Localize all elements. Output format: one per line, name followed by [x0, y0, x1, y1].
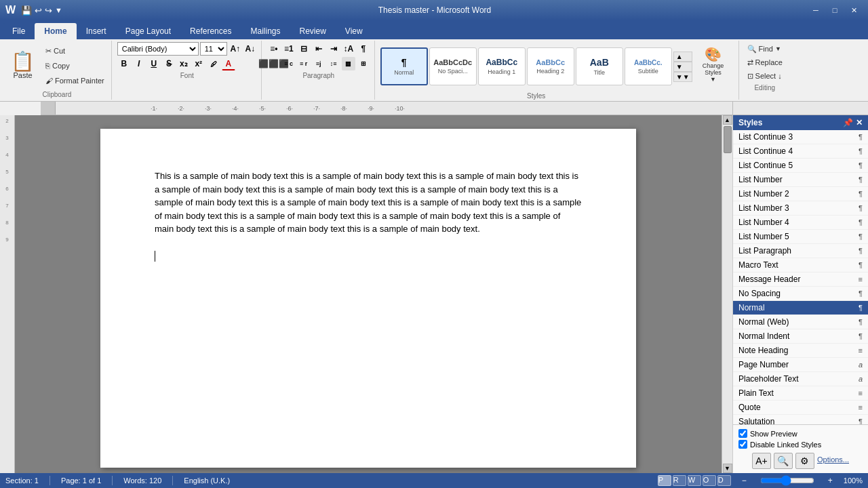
- font-size-select[interactable]: 11 12 14: [200, 42, 227, 56]
- decrease-indent-button[interactable]: ⇤: [312, 42, 326, 56]
- style-normal[interactable]: ¶ Normal: [380, 47, 428, 85]
- shading-button[interactable]: ▦: [342, 57, 355, 70]
- bold-button[interactable]: B: [117, 57, 131, 70]
- document-area[interactable]: This is a sample of main body text this …: [15, 115, 722, 473]
- justify-button[interactable]: ≡j: [312, 57, 326, 70]
- style-entry-placeholder-text[interactable]: Placeholder Text a: [733, 372, 868, 386]
- style-entry-list-continue-4[interactable]: List Continue 4 ¶: [733, 144, 868, 159]
- line-spacing-button[interactable]: ↕≡: [327, 57, 340, 70]
- style-entry-list-continue-5[interactable]: List Continue 5 ¶: [733, 159, 868, 173]
- style-entry-list-number[interactable]: List Number ¶: [733, 173, 868, 187]
- scroll-up-button[interactable]: ▲: [723, 115, 732, 125]
- strikethrough-button[interactable]: S̶: [162, 57, 176, 70]
- format-painter-button[interactable]: 🖌 Format Painter: [43, 74, 107, 87]
- manage-styles-button[interactable]: ⚙: [795, 453, 814, 469]
- change-styles-button[interactable]: 🎨 Change Styles ▼: [695, 45, 732, 84]
- increase-font-btn[interactable]: A↑: [229, 42, 242, 56]
- paste-button[interactable]: 📋 Paste: [7, 49, 39, 82]
- options-button[interactable]: Options...: [817, 455, 849, 469]
- style-entry-normal-web[interactable]: Normal (Web) ¶: [733, 315, 868, 329]
- style-no-spacing[interactable]: AaBbCcDc No Spaci...: [429, 47, 477, 85]
- text-highlight-button[interactable]: 🖊: [207, 57, 220, 70]
- tab-home[interactable]: Home: [35, 23, 76, 39]
- decrease-font-btn[interactable]: A↓: [243, 42, 257, 56]
- new-style-button[interactable]: A+: [752, 453, 771, 469]
- font-name-select[interactable]: Calibri (Body): [117, 42, 199, 56]
- quick-save-icon[interactable]: 💾: [21, 5, 32, 16]
- bullets-button[interactable]: ≡•: [267, 42, 281, 56]
- style-heading2[interactable]: AaBbCc Heading 2: [527, 47, 574, 85]
- print-layout-button[interactable]: P: [658, 475, 671, 486]
- style-heading1[interactable]: AaBbCc Heading 1: [478, 47, 526, 85]
- style-entry-salutation[interactable]: Salutation ¶: [733, 415, 868, 424]
- style-inspector-button[interactable]: 🔍: [774, 453, 793, 469]
- find-button[interactable]: 🔍 Find ▼: [745, 42, 784, 56]
- style-entry-message-header[interactable]: Message Header ≡: [733, 272, 868, 287]
- style-entry-list-continue-3[interactable]: List Continue 3 ¶: [733, 130, 868, 144]
- underline-button[interactable]: U: [147, 57, 161, 70]
- align-right-button[interactable]: ≡ r: [297, 57, 311, 70]
- font-color-button[interactable]: A: [222, 57, 235, 70]
- tab-mailings[interactable]: Mailings: [241, 23, 290, 39]
- disable-linked-styles-checkbox[interactable]: [738, 440, 747, 449]
- draft-button[interactable]: D: [717, 475, 731, 486]
- minimize-button[interactable]: ─: [807, 4, 825, 16]
- style-title[interactable]: AaB Title: [576, 47, 623, 85]
- superscript-button[interactable]: x²: [192, 57, 205, 70]
- styles-scroll-up-button[interactable]: ▲: [673, 52, 692, 62]
- styles-scroll-down-button[interactable]: ▼: [673, 62, 692, 72]
- scroll-thumb[interactable]: [724, 126, 732, 153]
- tab-view[interactable]: View: [336, 23, 372, 39]
- subscript-button[interactable]: x₂: [177, 57, 191, 70]
- close-button[interactable]: ✕: [845, 4, 863, 16]
- increase-indent-button[interactable]: ⇥: [327, 42, 340, 56]
- show-preview-checkbox[interactable]: [738, 429, 747, 438]
- style-entry-normal[interactable]: Normal ¶: [733, 301, 868, 315]
- cut-button[interactable]: ✂ Cut: [43, 44, 107, 58]
- zoom-out-icon[interactable]: −: [742, 476, 747, 485]
- quick-customize-icon[interactable]: ▼: [55, 6, 62, 14]
- style-entry-normal-indent[interactable]: Normal Indent ¶: [733, 329, 868, 344]
- borders-button[interactable]: ⊞: [357, 57, 370, 70]
- zoom-in-icon[interactable]: +: [828, 476, 833, 485]
- style-entry-list-number-4[interactable]: List Number 4 ¶: [733, 216, 868, 230]
- styles-panel-pin-icon[interactable]: 📌: [843, 118, 853, 127]
- align-left-button[interactable]: ⬛⬛⬛: [267, 57, 281, 70]
- style-entry-plain-text[interactable]: Plain Text ≡: [733, 386, 868, 401]
- styles-panel-close-icon[interactable]: ✕: [856, 118, 863, 127]
- align-center-button[interactable]: ≡ c: [282, 57, 296, 70]
- vertical-scrollbar[interactable]: ▲ ▼: [722, 115, 732, 473]
- multilevel-list-button[interactable]: ⊟: [297, 42, 311, 56]
- style-entry-list-number-3[interactable]: List Number 3 ¶: [733, 201, 868, 216]
- tab-file[interactable]: File: [3, 23, 35, 39]
- maximize-button[interactable]: □: [826, 4, 844, 16]
- style-entry-note-heading[interactable]: Note Heading ≡: [733, 344, 868, 358]
- quick-undo-icon[interactable]: ↩: [35, 5, 42, 16]
- zoom-slider[interactable]: [760, 477, 814, 484]
- document-body-text[interactable]: This is a sample of main body text this …: [155, 169, 582, 263]
- tab-review[interactable]: Review: [290, 23, 335, 39]
- outline-button[interactable]: O: [703, 475, 716, 486]
- sort-button[interactable]: ↕A: [342, 42, 355, 56]
- copy-button[interactable]: ⎘ Copy: [43, 59, 107, 73]
- style-entry-no-spacing[interactable]: No Spacing ¶: [733, 287, 868, 301]
- style-entry-list-number-2[interactable]: List Number 2 ¶: [733, 187, 868, 201]
- tab-insert[interactable]: Insert: [77, 23, 116, 39]
- style-entry-list-paragraph[interactable]: List Paragraph ¶: [733, 244, 868, 258]
- style-entry-quote[interactable]: Quote ≡: [733, 401, 868, 415]
- style-entry-macro-text[interactable]: Macro Text ¶: [733, 258, 868, 272]
- numbering-button[interactable]: ≡1: [282, 42, 296, 56]
- italic-button[interactable]: I: [132, 57, 146, 70]
- style-entry-page-number[interactable]: Page Number a: [733, 358, 868, 372]
- styles-gallery-more-button[interactable]: ▼▼: [673, 72, 692, 82]
- scroll-down-button[interactable]: ▼: [723, 464, 732, 473]
- replace-button[interactable]: ⇄ Replace: [745, 56, 785, 69]
- quick-redo-icon[interactable]: ↪: [45, 5, 52, 16]
- select-button[interactable]: ⊡ Select ↓: [745, 69, 785, 83]
- style-entry-list-number-5[interactable]: List Number 5 ¶: [733, 230, 868, 244]
- style-subtitle[interactable]: AaBbCc. Subtitle: [625, 47, 672, 85]
- show-formatting-button[interactable]: ¶: [357, 42, 370, 56]
- tab-page-layout[interactable]: Page Layout: [116, 23, 180, 39]
- full-reading-button[interactable]: R: [673, 475, 686, 486]
- tab-references[interactable]: References: [180, 23, 241, 39]
